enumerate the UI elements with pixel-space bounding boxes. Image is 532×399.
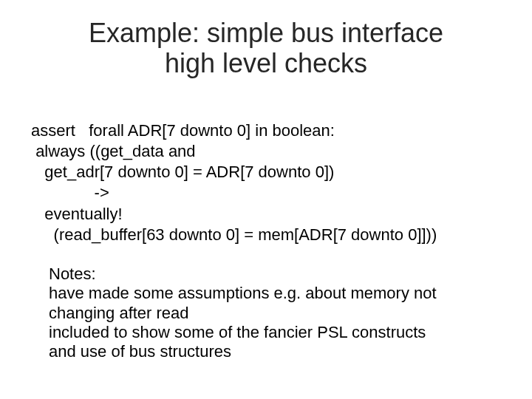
code-line-4: -> bbox=[31, 183, 109, 202]
code-line-1: assert forall ADR[7 downto 0] in boolean… bbox=[31, 121, 335, 140]
code-line-2: always ((get_data and bbox=[31, 142, 196, 160]
notes-line-1b: changing after read bbox=[49, 304, 189, 322]
notes-line-2a: included to show some of the fancier PSL… bbox=[49, 323, 426, 341]
code-line-6: (read_buffer[63 downto 0] = mem[ADR[7 do… bbox=[31, 225, 437, 244]
notes-line-1a: have made some assumptions e.g. about me… bbox=[49, 284, 437, 302]
code-line-5: eventually! bbox=[31, 205, 123, 223]
title-line-1: Example: simple bus interface bbox=[89, 18, 443, 48]
code-line-3: get_adr[7 downto 0] = ADR[7 downto 0]) bbox=[31, 163, 334, 181]
notes-heading: Notes: bbox=[49, 265, 96, 283]
slide-title: Example: simple bus interface high level… bbox=[59, 18, 473, 79]
notes-block: Notes: have made some assumptions e.g. a… bbox=[49, 265, 488, 362]
code-block: assert forall ADR[7 downto 0] in boolean… bbox=[31, 100, 502, 245]
slide: Example: simple bus interface high level… bbox=[0, 0, 532, 399]
notes-line-2b: and use of bus structures bbox=[49, 342, 231, 361]
title-line-2: high level checks bbox=[165, 48, 367, 78]
